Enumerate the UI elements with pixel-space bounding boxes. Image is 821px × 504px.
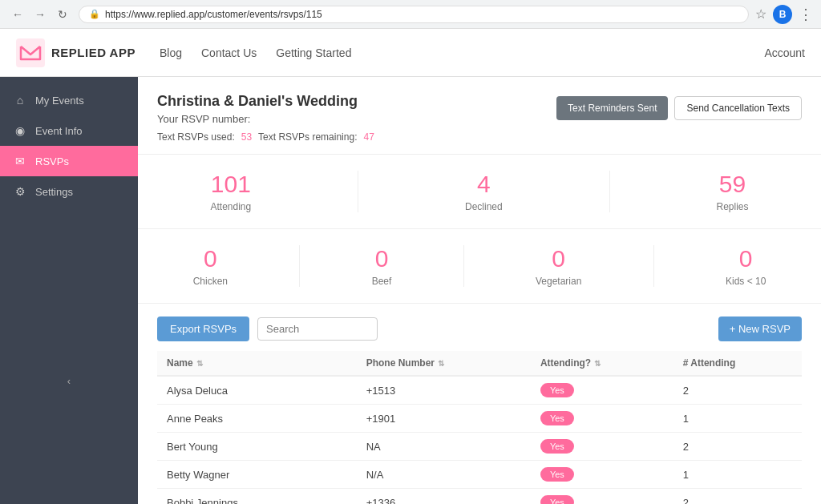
nav-getting-started[interactable]: Getting Started bbox=[276, 43, 351, 62]
cell-count: 2 bbox=[673, 433, 802, 461]
settings-icon: ⚙ bbox=[13, 185, 27, 198]
text-reminders-button[interactable]: Text Reminders Sent bbox=[556, 96, 668, 120]
nav-blog[interactable]: Blog bbox=[160, 43, 182, 62]
sidebar-item-event-info[interactable]: ◉ Event Info bbox=[0, 115, 138, 146]
cell-attending: Yes bbox=[531, 433, 673, 461]
main-content: Christina & Daniel's Wedding Your RSVP n… bbox=[138, 77, 821, 504]
profile-avatar[interactable]: B bbox=[773, 5, 792, 24]
replies-number: 59 bbox=[717, 171, 749, 198]
cell-phone: NA bbox=[357, 433, 531, 461]
cell-name: Bobbi Jennings bbox=[157, 489, 357, 505]
table-row[interactable]: Alysa Deluca +1513 Yes 2 bbox=[157, 376, 802, 405]
stat-chicken: 0 Chicken bbox=[193, 245, 228, 287]
table-header: Name ⇅ Phone Number ⇅ At bbox=[157, 351, 802, 376]
beef-number: 0 bbox=[372, 245, 392, 272]
text-rsvps-remaining-value: 47 bbox=[363, 131, 374, 143]
sidebar-label-event-info: Event Info bbox=[35, 125, 83, 137]
back-button[interactable]: ← bbox=[8, 5, 27, 24]
sidebar-label-my-events: My Events bbox=[35, 95, 84, 107]
text-rsvps-used-label: Text RSVPs used: bbox=[157, 131, 235, 143]
cell-attending: Yes bbox=[531, 461, 673, 489]
mail-icon: ✉ bbox=[13, 155, 27, 167]
logo-icon bbox=[16, 38, 45, 67]
address-bar[interactable]: 🔒 https://www.replied.app/customer/event… bbox=[79, 6, 749, 23]
declined-number: 4 bbox=[465, 171, 503, 198]
navbar: REPLIED APP Blog Contact Us Getting Star… bbox=[0, 29, 821, 77]
sort-icon-name: ⇅ bbox=[196, 359, 203, 368]
col-count: # Attending bbox=[673, 351, 802, 376]
browser-nav-buttons: ← → ↻ bbox=[8, 5, 72, 24]
sidebar-item-my-events[interactable]: ⌂ My Events bbox=[0, 85, 138, 115]
cell-attending: Yes bbox=[531, 489, 673, 505]
event-header: Christina & Daniel's Wedding Your RSVP n… bbox=[138, 77, 821, 155]
header-buttons: Text Reminders Sent Send Cancellation Te… bbox=[556, 96, 802, 120]
sidebar-item-rsvps[interactable]: ✉ RSVPs bbox=[0, 146, 138, 176]
rsvp-stats: Text RSVPs used: 53 Text RSVPs remaining… bbox=[157, 131, 374, 143]
main-stats-row: 101 Attending 4 Declined 59 Replies bbox=[157, 171, 802, 212]
cell-count: 1 bbox=[673, 461, 802, 489]
stat-declined: 4 Declined bbox=[465, 171, 503, 212]
table-row[interactable]: Bobbi Jennings +1336 Yes 2 bbox=[157, 489, 802, 505]
divider-2 bbox=[609, 171, 610, 212]
stat-beef: 0 Beef bbox=[372, 245, 392, 287]
stat-attending: 101 Attending bbox=[210, 171, 251, 212]
food-divider-2 bbox=[463, 245, 464, 287]
reload-button[interactable]: ↻ bbox=[53, 5, 72, 24]
cell-count: 2 bbox=[673, 376, 802, 405]
event-title: Christina & Daniel's Wedding bbox=[157, 93, 374, 110]
browser-menu-icon[interactable]: ⋮ bbox=[799, 6, 813, 23]
export-rsvps-button[interactable]: Export RSVPs bbox=[157, 317, 249, 341]
text-rsvps-remaining-label: Text RSVPs remaining: bbox=[258, 131, 357, 143]
sidebar-toggle[interactable]: ‹ bbox=[0, 367, 138, 395]
food-divider-1 bbox=[299, 245, 300, 287]
cell-phone: +1513 bbox=[357, 376, 531, 405]
cell-attending: Yes bbox=[531, 405, 673, 433]
food-divider-3 bbox=[653, 245, 654, 287]
vegetarian-number: 0 bbox=[536, 245, 581, 272]
food-stats-row: 0 Chicken 0 Beef 0 Vegetarian 0 Kids < 1… bbox=[157, 245, 802, 287]
stat-replies: 59 Replies bbox=[717, 171, 749, 212]
sidebar: ⌂ My Events ◉ Event Info ✉ RSVPs ⚙ Setti… bbox=[0, 77, 138, 504]
forward-button[interactable]: → bbox=[30, 5, 50, 24]
lock-icon: 🔒 bbox=[89, 9, 100, 19]
cell-name: Betty Wagner bbox=[157, 461, 357, 489]
nav-contact[interactable]: Contact Us bbox=[201, 43, 257, 62]
chicken-number: 0 bbox=[193, 245, 228, 272]
beef-label: Beef bbox=[372, 276, 392, 287]
bookmark-icon[interactable]: ☆ bbox=[755, 6, 766, 22]
table-body: Alysa Deluca +1513 Yes 2 Anne Peaks +190… bbox=[157, 376, 802, 504]
chicken-label: Chicken bbox=[193, 276, 228, 287]
table-row[interactable]: Anne Peaks +1901 Yes 1 bbox=[157, 405, 802, 433]
home-icon: ⌂ bbox=[13, 94, 27, 107]
logo-text: REPLIED APP bbox=[51, 46, 135, 59]
kids-number: 0 bbox=[726, 245, 766, 272]
new-rsvp-button[interactable]: + New RSVP bbox=[718, 317, 802, 341]
event-info-block: Christina & Daniel's Wedding Your RSVP n… bbox=[157, 93, 374, 143]
col-attending[interactable]: Attending? ⇅ bbox=[531, 351, 673, 376]
col-phone[interactable]: Phone Number ⇅ bbox=[357, 351, 531, 376]
cell-phone: N/A bbox=[357, 461, 531, 489]
table-row[interactable]: Bert Young NA Yes 2 bbox=[157, 433, 802, 461]
stat-kids: 0 Kids < 10 bbox=[726, 245, 766, 287]
table-row[interactable]: Betty Wagner N/A Yes 1 bbox=[157, 461, 802, 489]
replies-label: Replies bbox=[717, 201, 749, 212]
nav-links: Blog Contact Us Getting Started bbox=[160, 43, 764, 62]
table-toolbar: Export RSVPs + New RSVP bbox=[157, 317, 802, 341]
cell-count: 1 bbox=[673, 405, 802, 433]
rsvp-number-label: Your RSVP number: bbox=[157, 113, 374, 125]
sort-icon-attending: ⇅ bbox=[594, 359, 601, 368]
sidebar-item-settings[interactable]: ⚙ Settings bbox=[0, 176, 138, 207]
attending-number: 101 bbox=[210, 171, 251, 198]
cell-phone: +1336 bbox=[357, 489, 531, 505]
cell-count: 2 bbox=[673, 489, 802, 505]
sort-icon-phone: ⇅ bbox=[438, 359, 444, 368]
kids-label: Kids < 10 bbox=[726, 276, 766, 287]
divider-1 bbox=[358, 171, 358, 212]
text-rsvps-used-value: 53 bbox=[241, 131, 252, 143]
table-section: Export RSVPs + New RSVP Name ⇅ bbox=[138, 304, 821, 504]
cancel-texts-button[interactable]: Send Cancellation Texts bbox=[674, 96, 802, 120]
search-input[interactable] bbox=[257, 317, 378, 341]
col-name[interactable]: Name ⇅ bbox=[157, 351, 357, 376]
declined-label: Declined bbox=[465, 201, 503, 212]
account-link[interactable]: Account bbox=[764, 46, 805, 59]
